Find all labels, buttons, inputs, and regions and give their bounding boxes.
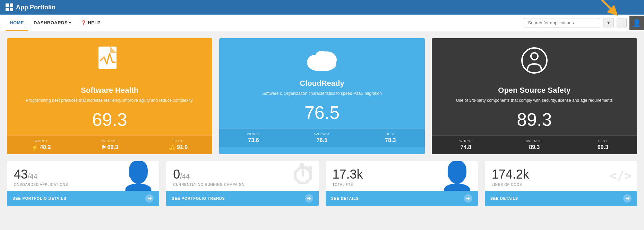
stat-label: ONBOARDED APPLICATIONS (14, 183, 152, 187)
stat-onboarded: 👤 43/44 ONBOARDED APPLICATIONS SEE PORTF… (7, 161, 159, 206)
stat-number: 43/44 (14, 168, 152, 181)
stat-number: 0/44 (173, 168, 311, 181)
stat-label: TOTAL FTE (333, 183, 471, 187)
health-icon (96, 47, 123, 82)
footer-worst: WORST 73.6 (219, 129, 287, 147)
arrow-right-icon: ➔ (464, 194, 472, 203)
help-icon: ❓ (81, 20, 87, 25)
footer-worst: WORST 74.8 (432, 135, 500, 154)
footer-worst: WORST ⚡ 40.2 (7, 135, 75, 154)
svg-point-9 (315, 51, 329, 65)
card-desc: Programming best practices that increase… (26, 98, 194, 104)
main-content: Software Health Programming best practic… (0, 31, 644, 213)
card-footer: WORST 73.6 AVERAGE 76.5 BEST 78.3 (219, 129, 424, 147)
footer-best: BEST 78.3 (356, 129, 424, 147)
grid-icon (6, 3, 13, 11)
user-avatar[interactable]: 👤 (629, 16, 644, 30)
card-score: 89.3 (517, 109, 552, 130)
card-title: Software Health (81, 86, 138, 95)
card-body: Open Source Safety Use of 3rd-party comp… (432, 38, 637, 135)
stat-number: 174.2k (492, 168, 630, 181)
more-options-button[interactable]: ... (617, 18, 627, 27)
stats-row: 👤 43/44 ONBOARDED APPLICATIONS SEE PORTF… (7, 161, 637, 206)
stat-label: LINES OF CODE (492, 183, 630, 187)
cards-row: Software Health Programming best practic… (7, 38, 637, 154)
logo[interactable]: App Portfolio (6, 3, 55, 11)
search-input[interactable] (524, 18, 600, 27)
arrow-right-icon: ➔ (145, 194, 154, 203)
open-source-safety-card: Open Source Safety Use of 3rd-party comp… (432, 38, 637, 154)
card-desc: Software & Organization characteristics … (262, 91, 382, 97)
stat-campaign: ⏱ 0/44 CURRENTLY NO RUNNING CAMPAIGN SEE… (166, 161, 318, 206)
see-portfolio-details-button[interactable]: SEE PORTFOLIO DETAILS ➔ (7, 191, 159, 206)
bolt-icon: ⚡ (32, 144, 38, 151)
footer-best: BEST 99.3 (569, 135, 637, 154)
user-icon: 👤 (633, 19, 641, 27)
stat-fte: 👤 17.3k TOTAL FTE SEE DETAILS ➔ (326, 161, 478, 206)
see-portfolio-trends-button[interactable]: SEE PORTFOLIO TRENDS ➔ (166, 191, 318, 206)
arrow-right-icon: ➔ (623, 194, 632, 203)
see-loc-details-button[interactable]: SEE DETAILS ➔ (485, 191, 637, 206)
svg-point-11 (531, 53, 538, 60)
filter-icon: ▼ (606, 20, 611, 25)
footer-average: AVERAGE 89.3 (500, 135, 568, 154)
chevron-down-icon: ▾ (69, 21, 71, 25)
flag-icon: ⚑ (101, 144, 106, 151)
stat-loc: </> 174.2k LINES OF CODE SEE DETAILS ➔ (485, 161, 637, 206)
nav-right: ▼ ... 👤 (524, 16, 638, 30)
nav-items: HOME DASHBOARDS ▾ ❓ HELP (6, 15, 524, 31)
stat-body: 👤 17.3k TOTAL FTE (326, 161, 478, 191)
footer-best: BEST 👍 91.0 (144, 135, 212, 154)
card-desc: Use of 3rd-party components that comply … (456, 98, 613, 104)
card-title: CloudReady (300, 79, 344, 88)
card-title: Open Source Safety (498, 86, 570, 95)
card-score: 69.3 (92, 109, 127, 130)
stat-body: 👤 43/44 ONBOARDED APPLICATIONS (7, 161, 159, 191)
card-body: CloudReady Software & Organization chara… (219, 38, 424, 129)
see-fte-details-button[interactable]: SEE DETAILS ➔ (326, 191, 478, 206)
cloudready-card: CloudReady Software & Organization chara… (219, 38, 424, 154)
footer-average: AVERAGE ⚑ 69.3 (75, 135, 144, 154)
card-footer: WORST ⚡ 40.2 AVERAGE ⚑ 69.3 BEST (7, 135, 212, 154)
logo-text: App Portfolio (16, 4, 55, 11)
arrow-right-icon: ➔ (305, 194, 313, 203)
cloud-icon (304, 47, 339, 75)
top-bar: App Portfolio (0, 0, 644, 15)
nav-home[interactable]: HOME (6, 15, 28, 31)
card-score: 76.5 (304, 102, 340, 123)
oss-icon (521, 47, 548, 82)
card-body: Software Health Programming best practic… (7, 38, 212, 135)
card-footer: WORST 74.8 AVERAGE 89.3 BEST 99.3 (432, 135, 637, 154)
stat-body: </> 174.2k LINES OF CODE (485, 161, 637, 191)
filter-button[interactable]: ▼ (603, 18, 614, 27)
footer-average: AVERAGE 76.5 (288, 129, 356, 147)
nav-help[interactable]: ❓ HELP (77, 15, 105, 31)
stat-number: 17.3k (333, 168, 471, 181)
nav-dashboards[interactable]: DASHBOARDS ▾ (29, 15, 75, 31)
nav-bar: HOME DASHBOARDS ▾ ❓ HELP ▼ ... 👤 (0, 15, 644, 31)
stat-body: ⏱ 0/44 CURRENTLY NO RUNNING CAMPAIGN (166, 161, 318, 191)
thumbsup-icon: 👍 (169, 144, 175, 151)
stat-label: CURRENTLY NO RUNNING CAMPAIGN (173, 183, 311, 187)
software-health-card: Software Health Programming best practic… (7, 38, 212, 154)
